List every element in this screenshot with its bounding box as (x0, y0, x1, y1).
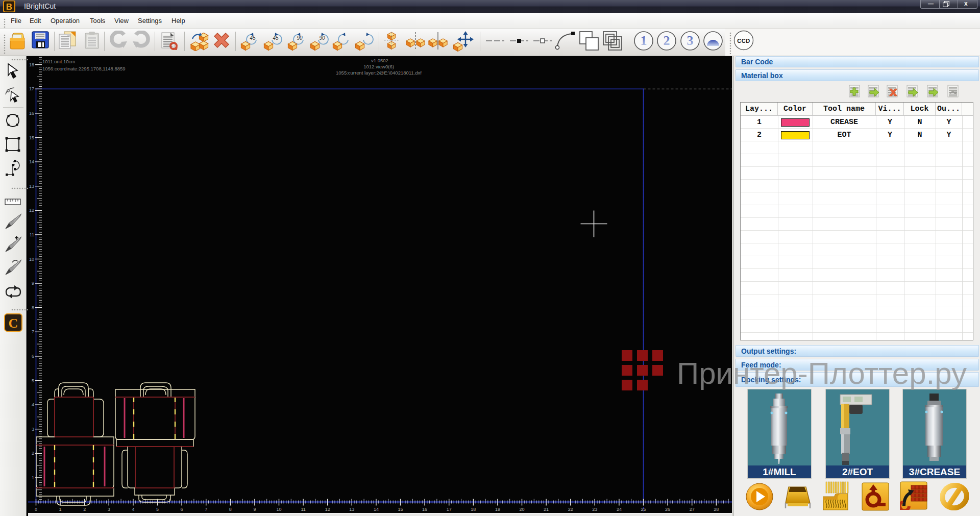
svg-text:1011:unit:10cm: 1011:unit:10cm (42, 59, 75, 64)
svg-text:15: 15 (398, 507, 403, 512)
svg-text:7: 7 (205, 507, 207, 512)
svg-text:23: 23 (592, 507, 597, 512)
svg-text:1: 1 (641, 33, 647, 48)
svg-text:90: 90 (297, 35, 303, 41)
svg-text:B: B (6, 2, 12, 12)
svg-text:45: 45 (273, 35, 279, 41)
svg-text:8: 8 (229, 507, 232, 512)
svg-text:2: 2 (664, 33, 670, 48)
svg-text:4: 4 (132, 507, 134, 512)
svg-text:17: 17 (447, 507, 452, 512)
svg-text:1: 1 (32, 475, 34, 480)
svg-text:3: 3 (108, 507, 110, 512)
svg-text:16: 16 (29, 111, 34, 116)
svg-text:13: 13 (349, 507, 354, 512)
svg-text:18: 18 (29, 62, 34, 67)
svg-text:45: 45 (250, 35, 256, 41)
svg-text:17: 17 (29, 86, 34, 91)
svg-text:v1.0502: v1.0502 (371, 58, 388, 63)
svg-text:11: 11 (301, 507, 305, 512)
svg-text:14: 14 (29, 159, 34, 164)
svg-text:CCD: CCD (737, 38, 750, 44)
svg-text:3: 3 (687, 33, 694, 48)
svg-text:4: 4 (32, 402, 34, 407)
svg-text:26: 26 (665, 507, 670, 512)
svg-text:9: 9 (253, 507, 256, 512)
svg-text:22: 22 (568, 507, 573, 512)
svg-text:90: 90 (319, 35, 325, 41)
svg-text:18: 18 (471, 507, 476, 512)
svg-text:12: 12 (325, 507, 330, 512)
svg-text:0: 0 (35, 507, 37, 512)
svg-text:6: 6 (181, 507, 183, 512)
svg-text:13: 13 (29, 184, 34, 189)
svg-text:15: 15 (29, 135, 34, 140)
svg-text:20: 20 (519, 507, 524, 512)
svg-text:11: 11 (30, 232, 34, 237)
svg-text:19: 19 (495, 507, 500, 512)
svg-text:3: 3 (32, 427, 34, 432)
svg-text:24: 24 (617, 507, 622, 512)
svg-text:1056:coordinate:2295.1708,1148: 1056:coordinate:2295.1708,1148.8859 (42, 66, 126, 71)
svg-text:28: 28 (714, 507, 719, 512)
svg-text:14: 14 (374, 507, 379, 512)
svg-text:16: 16 (422, 507, 427, 512)
svg-text:9: 9 (32, 281, 34, 286)
svg-text:8: 8 (32, 305, 34, 310)
svg-text:1012:view0(6): 1012:view0(6) (363, 64, 394, 69)
svg-text:10: 10 (276, 507, 281, 512)
svg-text:2: 2 (32, 451, 34, 456)
svg-text:25: 25 (641, 507, 646, 512)
svg-text:C: C (9, 316, 18, 331)
svg-text:10: 10 (29, 257, 34, 262)
svg-text:7: 7 (32, 329, 34, 334)
svg-text:2: 2 (83, 507, 86, 512)
svg-text:5: 5 (156, 507, 159, 512)
svg-text:1055:current layer:2@E:\040218: 1055:current layer:2@E:\040218011.dxf (336, 70, 422, 76)
svg-text:5: 5 (32, 378, 34, 383)
svg-text:27: 27 (690, 507, 695, 512)
svg-text:12: 12 (29, 208, 34, 213)
svg-text:21: 21 (544, 507, 549, 512)
svg-text:1: 1 (59, 507, 62, 512)
svg-text:6: 6 (32, 354, 34, 359)
